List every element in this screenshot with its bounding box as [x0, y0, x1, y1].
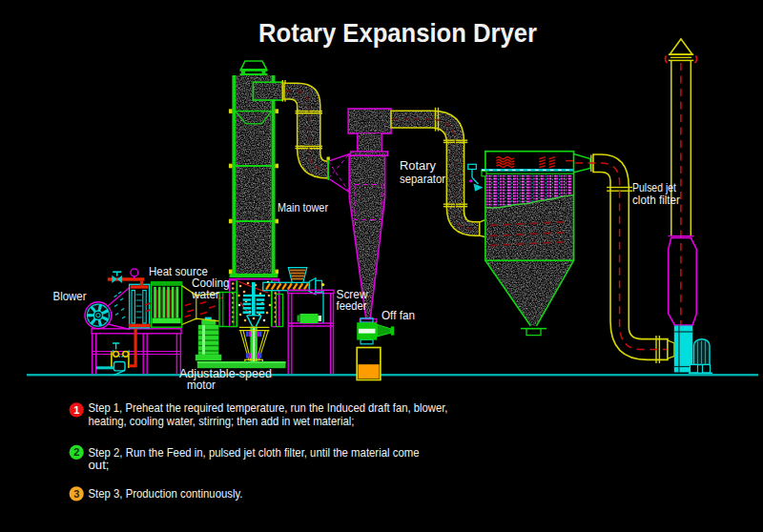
- svg-text:cloth filter: cloth filter: [632, 194, 680, 207]
- svg-text:Step 3, Production continuousl: Step 3, Production continuously.: [89, 486, 243, 501]
- svg-text:Rotary Expansion Dryer: Rotary Expansion Dryer: [258, 19, 537, 48]
- svg-text:Blower: Blower: [53, 290, 87, 303]
- svg-text:3: 3: [73, 488, 79, 500]
- svg-text:motor: motor: [187, 379, 216, 392]
- svg-text:Step 2, Run the Feed in, pulse: Step 2, Run the Feed in, pulsed jet clot…: [89, 445, 420, 460]
- svg-text:Step 1, Preheat the required t: Step 1, Preheat the required temperature…: [89, 400, 448, 415]
- svg-text:Rotary: Rotary: [400, 159, 437, 173]
- svg-text:Main tower: Main tower: [278, 201, 328, 215]
- svg-text:heating, cooling water, stirri: heating, cooling water, stirring; then a…: [89, 414, 355, 428]
- svg-text:out;: out;: [89, 458, 110, 472]
- svg-text:1: 1: [73, 404, 79, 416]
- svg-text:separator: separator: [400, 173, 445, 186]
- svg-text:feeder: feeder: [337, 299, 367, 313]
- svg-text:water: water: [191, 288, 219, 301]
- svg-text:Off fan: Off fan: [382, 309, 415, 322]
- svg-text:2: 2: [73, 446, 79, 458]
